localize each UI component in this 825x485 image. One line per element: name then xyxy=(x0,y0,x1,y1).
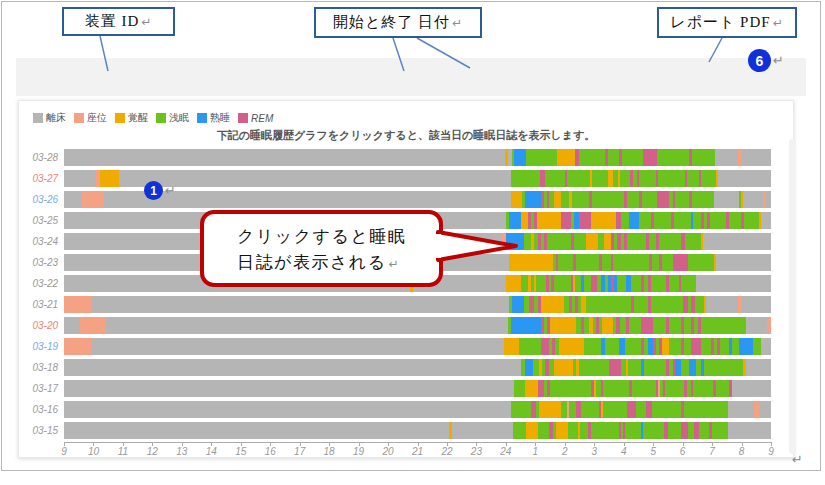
segment-s[interactable] xyxy=(652,254,659,271)
segment-s[interactable] xyxy=(669,338,681,355)
chart-row[interactable]: 03-17 xyxy=(19,380,793,397)
segment-r[interactable] xyxy=(743,191,763,208)
segment-r[interactable] xyxy=(715,149,738,166)
segment-s[interactable] xyxy=(669,317,681,334)
segment-m[interactable] xyxy=(541,338,549,355)
segment-r[interactable] xyxy=(766,191,771,208)
segment-s[interactable] xyxy=(524,233,531,250)
segment-s[interactable] xyxy=(681,359,689,376)
segment-s[interactable] xyxy=(701,338,711,355)
segment-j[interactable] xyxy=(511,317,541,334)
segment-s[interactable] xyxy=(511,401,531,418)
segment-s[interactable] xyxy=(568,422,578,439)
segment-k[interactable] xyxy=(586,233,598,250)
segment-k[interactable] xyxy=(526,422,538,439)
segment-s[interactable] xyxy=(586,296,631,313)
segment-s[interactable] xyxy=(550,380,591,397)
segment-s[interactable] xyxy=(584,275,591,292)
segment-k[interactable] xyxy=(541,296,564,313)
sleep-timeline-bar[interactable] xyxy=(64,296,771,313)
segment-s[interactable] xyxy=(628,359,641,376)
segment-j[interactable] xyxy=(629,212,639,229)
segment-s[interactable] xyxy=(554,275,571,292)
segment-s[interactable] xyxy=(692,149,715,166)
segment-r[interactable] xyxy=(761,338,771,355)
segment-r[interactable] xyxy=(741,296,771,313)
segment-z[interactable] xyxy=(64,296,92,313)
segment-s[interactable] xyxy=(652,401,681,418)
segment-s[interactable] xyxy=(712,422,728,439)
segment-s[interactable] xyxy=(622,149,643,166)
segment-r[interactable] xyxy=(759,401,771,418)
segment-k[interactable] xyxy=(662,338,669,355)
segment-r[interactable] xyxy=(746,359,771,376)
segment-s[interactable] xyxy=(603,401,627,418)
segment-s[interactable] xyxy=(643,422,664,439)
sleep-timeline-bar[interactable] xyxy=(64,422,771,439)
segment-r[interactable] xyxy=(746,317,767,334)
segment-s[interactable] xyxy=(716,380,729,397)
segment-k[interactable] xyxy=(511,191,522,208)
segment-s[interactable] xyxy=(701,317,746,334)
segment-s[interactable] xyxy=(569,401,576,418)
segment-s[interactable] xyxy=(526,149,557,166)
chart-row[interactable]: 03-19 xyxy=(19,338,793,355)
segment-s[interactable] xyxy=(649,233,656,250)
segment-s[interactable] xyxy=(704,359,743,376)
segment-k[interactable] xyxy=(504,338,519,355)
chart-row[interactable]: 03-27 xyxy=(19,170,793,187)
segment-s[interactable] xyxy=(513,422,526,439)
segment-s[interactable] xyxy=(688,254,714,271)
segment-r[interactable] xyxy=(64,359,521,376)
segment-s[interactable] xyxy=(642,191,657,208)
segment-s[interactable] xyxy=(693,380,713,397)
segment-m[interactable] xyxy=(579,212,591,229)
segment-s[interactable] xyxy=(651,275,666,292)
sleep-timeline-bar[interactable] xyxy=(64,380,771,397)
segment-s[interactable] xyxy=(732,338,739,355)
segment-s[interactable] xyxy=(613,254,649,271)
segment-m[interactable] xyxy=(609,359,621,376)
segment-j[interactable] xyxy=(525,359,533,376)
segment-s[interactable] xyxy=(521,275,528,292)
segment-r[interactable] xyxy=(64,317,80,334)
segment-r[interactable] xyxy=(732,380,771,397)
segment-j[interactable] xyxy=(514,149,526,166)
segment-s[interactable] xyxy=(636,401,646,418)
segment-z[interactable] xyxy=(767,317,771,334)
segment-s[interactable] xyxy=(639,212,651,229)
segment-r[interactable] xyxy=(718,170,771,187)
segment-s[interactable] xyxy=(572,191,589,208)
segment-s[interactable] xyxy=(579,359,609,376)
chart-row[interactable]: 03-16 xyxy=(19,401,793,418)
chart-row[interactable]: 03-20 xyxy=(19,317,793,334)
segment-r[interactable] xyxy=(92,296,509,313)
segment-s[interactable] xyxy=(687,170,699,187)
segment-s[interactable] xyxy=(753,338,761,355)
segment-r[interactable] xyxy=(64,170,96,187)
segment-k[interactable] xyxy=(557,149,575,166)
segment-s[interactable] xyxy=(657,149,689,166)
segment-s[interactable] xyxy=(651,296,683,313)
segment-s[interactable] xyxy=(668,422,681,439)
segment-z[interactable] xyxy=(80,317,106,334)
segment-s[interactable] xyxy=(681,275,696,292)
chart-row[interactable]: 03-15 xyxy=(19,422,793,439)
segment-m[interactable] xyxy=(561,212,571,229)
segment-k[interactable] xyxy=(100,170,119,187)
chart-row[interactable]: 03-26 xyxy=(19,191,793,208)
segment-k[interactable] xyxy=(554,359,573,376)
segment-r[interactable] xyxy=(64,380,514,397)
segment-s[interactable] xyxy=(519,338,541,355)
segment-k[interactable] xyxy=(591,212,616,229)
sleep-timeline-bar[interactable] xyxy=(64,149,771,166)
segment-s[interactable] xyxy=(653,317,666,334)
segment-r[interactable] xyxy=(716,254,771,271)
segment-s[interactable] xyxy=(591,422,619,439)
sleep-timeline-bar[interactable] xyxy=(64,338,771,355)
segment-m[interactable] xyxy=(681,422,688,439)
segment-s[interactable] xyxy=(684,401,728,418)
segment-s[interactable] xyxy=(620,170,630,187)
segment-k[interactable] xyxy=(556,422,568,439)
segment-s[interactable] xyxy=(617,275,626,292)
